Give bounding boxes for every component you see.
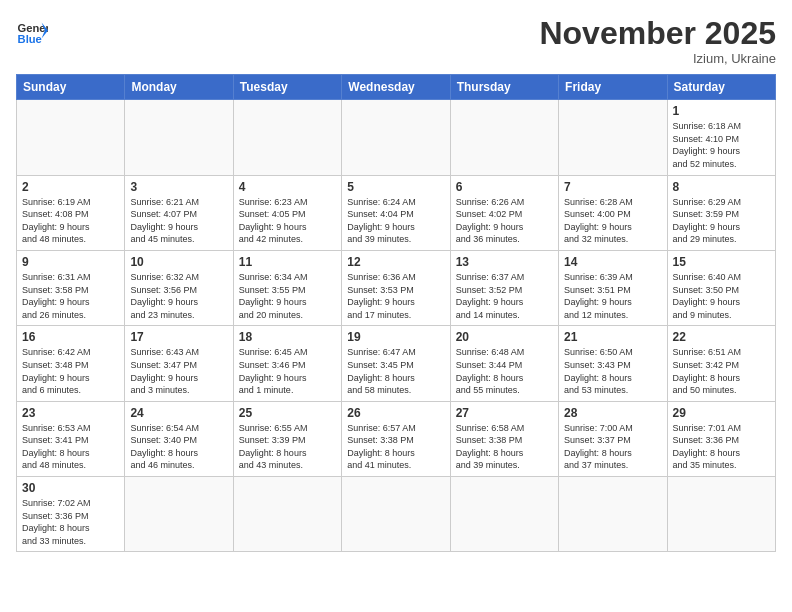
table-row — [559, 100, 667, 175]
col-thursday: Thursday — [450, 75, 558, 100]
col-saturday: Saturday — [667, 75, 775, 100]
logo: General Blue — [16, 16, 48, 48]
table-row: 26Sunrise: 6:57 AM Sunset: 3:38 PM Dayli… — [342, 401, 450, 476]
table-row: 6Sunrise: 6:26 AM Sunset: 4:02 PM Daylig… — [450, 175, 558, 250]
day-info: Sunrise: 7:01 AM Sunset: 3:36 PM Dayligh… — [673, 422, 770, 472]
table-row: 24Sunrise: 6:54 AM Sunset: 3:40 PM Dayli… — [125, 401, 233, 476]
subtitle: Izium, Ukraine — [539, 51, 776, 66]
table-row: 2Sunrise: 6:19 AM Sunset: 4:08 PM Daylig… — [17, 175, 125, 250]
calendar-page: General Blue November 2025 Izium, Ukrain… — [0, 0, 792, 612]
day-info: Sunrise: 6:51 AM Sunset: 3:42 PM Dayligh… — [673, 346, 770, 396]
col-friday: Friday — [559, 75, 667, 100]
day-number: 16 — [22, 330, 119, 344]
day-number: 18 — [239, 330, 336, 344]
day-info: Sunrise: 6:50 AM Sunset: 3:43 PM Dayligh… — [564, 346, 661, 396]
day-number: 11 — [239, 255, 336, 269]
svg-text:Blue: Blue — [18, 33, 42, 45]
day-number: 4 — [239, 180, 336, 194]
table-row: 14Sunrise: 6:39 AM Sunset: 3:51 PM Dayli… — [559, 250, 667, 325]
table-row: 15Sunrise: 6:40 AM Sunset: 3:50 PM Dayli… — [667, 250, 775, 325]
table-row — [125, 100, 233, 175]
calendar-header-row: Sunday Monday Tuesday Wednesday Thursday… — [17, 75, 776, 100]
day-info: Sunrise: 6:28 AM Sunset: 4:00 PM Dayligh… — [564, 196, 661, 246]
table-row — [342, 100, 450, 175]
day-info: Sunrise: 6:34 AM Sunset: 3:55 PM Dayligh… — [239, 271, 336, 321]
table-row — [233, 477, 341, 552]
day-info: Sunrise: 6:40 AM Sunset: 3:50 PM Dayligh… — [673, 271, 770, 321]
day-number: 10 — [130, 255, 227, 269]
day-info: Sunrise: 6:55 AM Sunset: 3:39 PM Dayligh… — [239, 422, 336, 472]
table-row: 10Sunrise: 6:32 AM Sunset: 3:56 PM Dayli… — [125, 250, 233, 325]
day-info: Sunrise: 6:24 AM Sunset: 4:04 PM Dayligh… — [347, 196, 444, 246]
day-info: Sunrise: 6:58 AM Sunset: 3:38 PM Dayligh… — [456, 422, 553, 472]
day-info: Sunrise: 6:48 AM Sunset: 3:44 PM Dayligh… — [456, 346, 553, 396]
day-info: Sunrise: 6:47 AM Sunset: 3:45 PM Dayligh… — [347, 346, 444, 396]
day-info: Sunrise: 6:23 AM Sunset: 4:05 PM Dayligh… — [239, 196, 336, 246]
col-tuesday: Tuesday — [233, 75, 341, 100]
day-number: 20 — [456, 330, 553, 344]
table-row — [667, 477, 775, 552]
table-row: 9Sunrise: 6:31 AM Sunset: 3:58 PM Daylig… — [17, 250, 125, 325]
day-number: 26 — [347, 406, 444, 420]
day-number: 28 — [564, 406, 661, 420]
calendar-table: Sunday Monday Tuesday Wednesday Thursday… — [16, 74, 776, 552]
day-number: 30 — [22, 481, 119, 495]
day-number: 8 — [673, 180, 770, 194]
day-number: 27 — [456, 406, 553, 420]
day-info: Sunrise: 6:29 AM Sunset: 3:59 PM Dayligh… — [673, 196, 770, 246]
day-number: 6 — [456, 180, 553, 194]
day-number: 19 — [347, 330, 444, 344]
day-info: Sunrise: 6:21 AM Sunset: 4:07 PM Dayligh… — [130, 196, 227, 246]
day-number: 5 — [347, 180, 444, 194]
day-number: 29 — [673, 406, 770, 420]
table-row: 18Sunrise: 6:45 AM Sunset: 3:46 PM Dayli… — [233, 326, 341, 401]
table-row: 3Sunrise: 6:21 AM Sunset: 4:07 PM Daylig… — [125, 175, 233, 250]
day-info: Sunrise: 6:31 AM Sunset: 3:58 PM Dayligh… — [22, 271, 119, 321]
day-info: Sunrise: 6:54 AM Sunset: 3:40 PM Dayligh… — [130, 422, 227, 472]
day-info: Sunrise: 6:53 AM Sunset: 3:41 PM Dayligh… — [22, 422, 119, 472]
table-row: 28Sunrise: 7:00 AM Sunset: 3:37 PM Dayli… — [559, 401, 667, 476]
table-row: 7Sunrise: 6:28 AM Sunset: 4:00 PM Daylig… — [559, 175, 667, 250]
day-info: Sunrise: 6:18 AM Sunset: 4:10 PM Dayligh… — [673, 120, 770, 170]
day-info: Sunrise: 7:02 AM Sunset: 3:36 PM Dayligh… — [22, 497, 119, 547]
day-number: 15 — [673, 255, 770, 269]
table-row — [342, 477, 450, 552]
day-number: 1 — [673, 104, 770, 118]
table-row: 8Sunrise: 6:29 AM Sunset: 3:59 PM Daylig… — [667, 175, 775, 250]
day-number: 23 — [22, 406, 119, 420]
day-info: Sunrise: 6:32 AM Sunset: 3:56 PM Dayligh… — [130, 271, 227, 321]
table-row: 20Sunrise: 6:48 AM Sunset: 3:44 PM Dayli… — [450, 326, 558, 401]
table-row: 4Sunrise: 6:23 AM Sunset: 4:05 PM Daylig… — [233, 175, 341, 250]
day-info: Sunrise: 7:00 AM Sunset: 3:37 PM Dayligh… — [564, 422, 661, 472]
col-monday: Monday — [125, 75, 233, 100]
table-row: 29Sunrise: 7:01 AM Sunset: 3:36 PM Dayli… — [667, 401, 775, 476]
table-row: 1Sunrise: 6:18 AM Sunset: 4:10 PM Daylig… — [667, 100, 775, 175]
col-sunday: Sunday — [17, 75, 125, 100]
table-row: 22Sunrise: 6:51 AM Sunset: 3:42 PM Dayli… — [667, 326, 775, 401]
day-number: 9 — [22, 255, 119, 269]
table-row: 17Sunrise: 6:43 AM Sunset: 3:47 PM Dayli… — [125, 326, 233, 401]
table-row — [450, 477, 558, 552]
table-row: 13Sunrise: 6:37 AM Sunset: 3:52 PM Dayli… — [450, 250, 558, 325]
table-row — [125, 477, 233, 552]
day-info: Sunrise: 6:36 AM Sunset: 3:53 PM Dayligh… — [347, 271, 444, 321]
table-row: 25Sunrise: 6:55 AM Sunset: 3:39 PM Dayli… — [233, 401, 341, 476]
day-info: Sunrise: 6:39 AM Sunset: 3:51 PM Dayligh… — [564, 271, 661, 321]
table-row: 21Sunrise: 6:50 AM Sunset: 3:43 PM Dayli… — [559, 326, 667, 401]
day-info: Sunrise: 6:43 AM Sunset: 3:47 PM Dayligh… — [130, 346, 227, 396]
day-number: 13 — [456, 255, 553, 269]
day-info: Sunrise: 6:19 AM Sunset: 4:08 PM Dayligh… — [22, 196, 119, 246]
day-info: Sunrise: 6:57 AM Sunset: 3:38 PM Dayligh… — [347, 422, 444, 472]
col-wednesday: Wednesday — [342, 75, 450, 100]
day-info: Sunrise: 6:26 AM Sunset: 4:02 PM Dayligh… — [456, 196, 553, 246]
day-number: 21 — [564, 330, 661, 344]
table-row: 30Sunrise: 7:02 AM Sunset: 3:36 PM Dayli… — [17, 477, 125, 552]
day-number: 7 — [564, 180, 661, 194]
day-number: 22 — [673, 330, 770, 344]
table-row: 16Sunrise: 6:42 AM Sunset: 3:48 PM Dayli… — [17, 326, 125, 401]
day-number: 25 — [239, 406, 336, 420]
table-row — [559, 477, 667, 552]
table-row: 19Sunrise: 6:47 AM Sunset: 3:45 PM Dayli… — [342, 326, 450, 401]
table-row — [17, 100, 125, 175]
header: General Blue November 2025 Izium, Ukrain… — [16, 16, 776, 66]
